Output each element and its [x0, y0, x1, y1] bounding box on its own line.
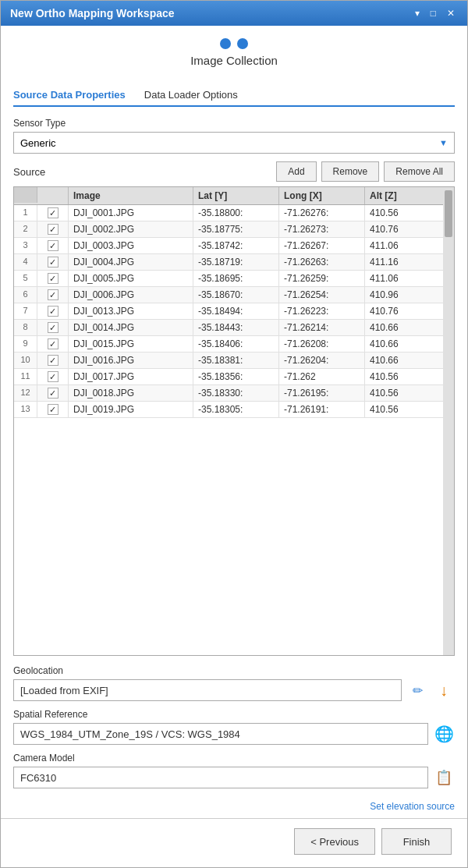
- geolocation-input-row: ✏ ↓: [13, 679, 455, 701]
- close-button[interactable]: ✕: [444, 8, 458, 19]
- previous-button[interactable]: < Previous: [294, 828, 375, 855]
- spatial-reference-label: Spatial Reference: [13, 709, 455, 720]
- step-dot-1: [220, 38, 231, 49]
- row-alt: 411.06: [365, 271, 427, 286]
- geolocation-download-icon[interactable]: ↓: [433, 679, 455, 701]
- col-corner: [14, 187, 37, 203]
- finish-button[interactable]: Finish: [381, 828, 452, 855]
- checkbox-7[interactable]: ✓: [48, 322, 58, 333]
- checkbox-6[interactable]: ✓: [48, 306, 58, 317]
- table-row[interactable]: 12 ✓ DJI_0018.JPG -35.18330: -71.26195: …: [14, 385, 443, 402]
- add-button[interactable]: Add: [276, 161, 316, 182]
- row-lat: -35.18742:: [193, 238, 279, 253]
- geolocation-label: Geolocation: [13, 665, 455, 676]
- row-image: DJI_0019.JPG: [69, 402, 193, 417]
- row-image: DJI_0017.JPG: [69, 369, 193, 384]
- checkbox-8[interactable]: ✓: [48, 338, 58, 349]
- row-checkbox[interactable]: ✓: [37, 336, 69, 352]
- row-checkbox[interactable]: ✓: [37, 238, 69, 253]
- table-scrollbar[interactable]: [443, 187, 454, 655]
- row-checkbox[interactable]: ✓: [37, 385, 69, 401]
- row-long: -71.262: [279, 369, 365, 384]
- tab-source-data-properties[interactable]: Source Data Properties: [13, 84, 136, 107]
- row-image: DJI_0014.JPG: [69, 320, 193, 335]
- checkbox-12[interactable]: ✓: [48, 404, 58, 415]
- row-checkbox[interactable]: ✓: [37, 303, 69, 319]
- table-row[interactable]: 11 ✓ DJI_0017.JPG -35.18356: -71.262 410…: [14, 369, 443, 385]
- table-row[interactable]: 6 ✓ DJI_0006.JPG -35.18670: -71.26254: 4…: [14, 287, 443, 303]
- table-row[interactable]: 1 ✓ DJI_0001.JPG -35.18800: -71.26276: 4…: [14, 205, 443, 221]
- minimize-button[interactable]: ▾: [412, 8, 423, 19]
- row-long: -71.26223:: [279, 303, 365, 319]
- row-lat: -35.18305:: [193, 402, 279, 417]
- remove-all-button[interactable]: Remove All: [384, 161, 455, 182]
- remove-button[interactable]: Remove: [321, 161, 380, 182]
- row-image: DJI_0015.JPG: [69, 336, 193, 352]
- checkbox-5[interactable]: ✓: [48, 289, 58, 300]
- row-checkbox[interactable]: ✓: [37, 320, 69, 335]
- row-num: 6: [14, 287, 37, 303]
- checkbox-11[interactable]: ✓: [48, 388, 58, 399]
- row-checkbox[interactable]: ✓: [37, 221, 69, 237]
- geolocation-section: Geolocation ✏ ↓: [13, 665, 455, 701]
- row-num: 3: [14, 238, 37, 253]
- table-row[interactable]: 13 ✓ DJI_0019.JPG -35.18305: -71.26191: …: [14, 402, 443, 418]
- table-row[interactable]: 4 ✓ DJI_0004.JPG -35.18719: -71.26263: 4…: [14, 254, 443, 271]
- table-row[interactable]: 5 ✓ DJI_0005.JPG -35.18695: -71.26259: 4…: [14, 271, 443, 287]
- row-image: DJI_0006.JPG: [69, 287, 193, 303]
- checkbox-2[interactable]: ✓: [48, 240, 58, 251]
- geolocation-edit-icon[interactable]: ✏: [406, 679, 428, 701]
- camera-model-doc-icon[interactable]: 📋: [433, 767, 455, 788]
- tab-data-loader-options[interactable]: Data Loader Options: [144, 84, 249, 107]
- row-num: 8: [14, 320, 37, 335]
- spatial-reference-input[interactable]: [13, 723, 428, 745]
- main-window: New Ortho Mapping Workspace ▾ □ ✕ Image …: [0, 0, 468, 868]
- row-lat: -35.18330:: [193, 385, 279, 401]
- table-row[interactable]: 7 ✓ DJI_0013.JPG -35.18494: -71.26223: 4…: [14, 303, 443, 320]
- table-row[interactable]: 2 ✓ DJI_0002.JPG -35.18775: -71.26273: 4…: [14, 221, 443, 238]
- row-lat: -35.18443:: [193, 320, 279, 335]
- row-checkbox[interactable]: ✓: [37, 402, 69, 417]
- checkbox-4[interactable]: ✓: [48, 273, 58, 284]
- camera-model-input[interactable]: [13, 767, 428, 788]
- col-alt-header: Alt [Z]: [365, 187, 427, 204]
- tabs-row: Source Data Properties Data Loader Optio…: [13, 84, 455, 107]
- table-row[interactable]: 9 ✓ DJI_0015.JPG -35.18406: -71.26208: 4…: [14, 336, 443, 353]
- table-row[interactable]: 8 ✓ DJI_0014.JPG -35.18443: -71.26214: 4…: [14, 320, 443, 336]
- camera-model-label: Camera Model: [13, 753, 455, 763]
- row-image: DJI_0018.JPG: [69, 385, 193, 401]
- row-long: -71.26195:: [279, 385, 365, 401]
- maximize-button[interactable]: □: [427, 8, 439, 19]
- wizard-steps: Image Collection: [13, 26, 455, 73]
- footer-divider: [1, 818, 467, 819]
- row-checkbox[interactable]: ✓: [37, 254, 69, 270]
- sensor-type-label: Sensor Type: [13, 118, 455, 129]
- checkbox-10[interactable]: ✓: [48, 371, 58, 382]
- row-lat: -35.18695:: [193, 271, 279, 286]
- wizard-step-title: Image Collection: [190, 54, 278, 67]
- footer-buttons: < Previous Finish: [13, 828, 455, 855]
- row-long: -71.26191:: [279, 402, 365, 417]
- checkbox-3[interactable]: ✓: [48, 257, 58, 267]
- table-row[interactable]: 3 ✓ DJI_0003.JPG -35.18742: -71.26267: 4…: [14, 238, 443, 254]
- row-checkbox[interactable]: ✓: [37, 353, 69, 368]
- row-lat: -35.18719:: [193, 254, 279, 270]
- row-alt: 410.76: [365, 303, 427, 319]
- table-row[interactable]: 10 ✓ DJI_0016.JPG -35.18381: -71.26204: …: [14, 353, 443, 369]
- checkbox-1[interactable]: ✓: [48, 224, 58, 235]
- row-checkbox[interactable]: ✓: [37, 271, 69, 286]
- row-checkbox[interactable]: ✓: [37, 369, 69, 384]
- row-checkbox[interactable]: ✓: [37, 205, 69, 221]
- checkbox-9[interactable]: ✓: [48, 355, 58, 366]
- geolocation-input[interactable]: [13, 679, 402, 701]
- scrollbar-thumb[interactable]: [445, 190, 452, 237]
- checkbox-0[interactable]: ✓: [48, 207, 58, 218]
- row-alt: 410.56: [365, 385, 427, 401]
- row-checkbox[interactable]: ✓: [37, 287, 69, 303]
- window-controls: ▾ □ ✕: [412, 8, 458, 19]
- row-alt: 410.56: [365, 205, 427, 221]
- row-lat: -35.18381:: [193, 353, 279, 368]
- spatial-reference-globe-icon[interactable]: 🌐: [433, 723, 455, 745]
- set-elevation-source-link[interactable]: Set elevation source: [13, 801, 455, 812]
- sensor-type-select[interactable]: Generic ▼: [13, 132, 455, 154]
